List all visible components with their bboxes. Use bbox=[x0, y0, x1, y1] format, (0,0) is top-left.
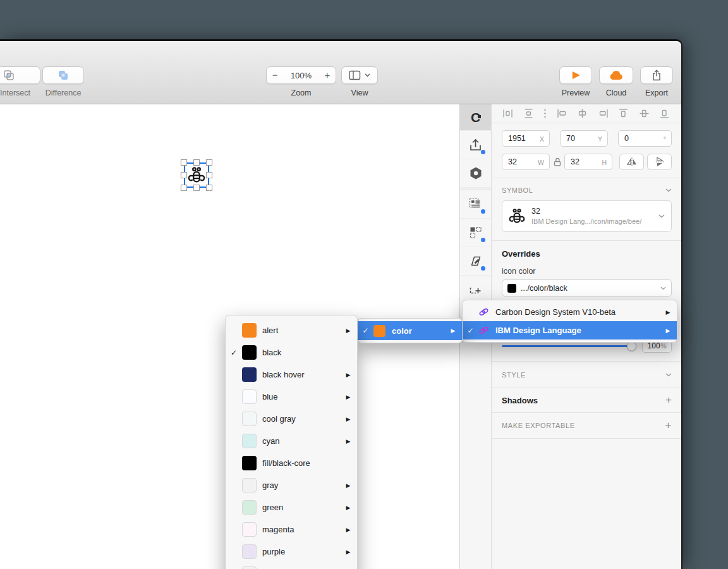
upload-plugin-button[interactable] bbox=[460, 131, 491, 159]
zoom-level[interactable]: 100% bbox=[287, 71, 315, 80]
chevron-down-icon bbox=[660, 286, 666, 290]
symbol-selector[interactable]: 32 IBM Design Lang.../icon/image/bee/ bbox=[502, 200, 672, 232]
swap-symbols-plugin-button[interactable] bbox=[460, 219, 491, 247]
color-menu-item[interactable]: fill/black-core bbox=[226, 452, 357, 474]
align-right-icon[interactable] bbox=[598, 108, 609, 119]
color-menu-item[interactable]: alert▶ bbox=[226, 319, 357, 341]
resize-handle-w[interactable] bbox=[181, 172, 187, 178]
distribute-horizontal-icon[interactable] bbox=[502, 108, 513, 119]
distribute-vertical-icon[interactable] bbox=[523, 108, 534, 119]
lock-ratio-button[interactable] bbox=[550, 157, 564, 166]
icon-color-label: icon color bbox=[502, 267, 672, 276]
color-swatch bbox=[242, 367, 257, 382]
color-menu-item[interactable]: purple▶ bbox=[226, 541, 357, 563]
height-unit-label: H bbox=[602, 159, 607, 166]
submenu-arrow-icon: ▶ bbox=[659, 327, 677, 334]
cloud-label: Cloud bbox=[599, 89, 633, 97]
add-shadow-button[interactable]: + bbox=[665, 394, 672, 407]
export-button[interactable] bbox=[640, 66, 673, 84]
geometry-section: X Y ° W bbox=[492, 123, 681, 178]
menu-item-label: cyan bbox=[262, 436, 339, 446]
flip-horizontal-icon bbox=[626, 157, 638, 166]
view-label: View bbox=[341, 89, 378, 97]
resize-handle-se[interactable] bbox=[206, 185, 212, 191]
intersect-icon bbox=[3, 69, 15, 82]
color-group-menu-item[interactable]: ✓color▶ bbox=[358, 321, 462, 340]
flip-horizontal-button[interactable] bbox=[619, 154, 644, 170]
x-field[interactable]: X bbox=[502, 130, 550, 147]
height-field[interactable]: H bbox=[564, 154, 612, 170]
add-export-button[interactable]: + bbox=[665, 419, 672, 432]
color-menu-item[interactable]: ✓black bbox=[226, 341, 357, 364]
color-swatch bbox=[242, 434, 257, 448]
color-swatch bbox=[242, 566, 257, 569]
submenu-arrow-icon: ▶ bbox=[339, 527, 357, 533]
view-button[interactable] bbox=[341, 66, 378, 84]
zoom-in-button[interactable]: + bbox=[319, 67, 336, 83]
intersect-button[interactable] bbox=[0, 66, 40, 84]
align-top-icon[interactable] bbox=[618, 108, 629, 119]
flip-vertical-button[interactable] bbox=[647, 154, 672, 170]
hexagon-plugin-button[interactable] bbox=[460, 159, 491, 188]
more-options-icon[interactable] bbox=[543, 108, 547, 119]
layout-plugin-button[interactable] bbox=[460, 190, 491, 219]
resize-handle-ne[interactable] bbox=[206, 159, 212, 166]
cloud-button[interactable] bbox=[599, 66, 633, 84]
play-icon bbox=[571, 70, 581, 80]
resize-handle-n[interactable] bbox=[193, 159, 200, 166]
symbol-header: SYMBOL bbox=[502, 187, 533, 194]
color-menu-item[interactable]: cyan▶ bbox=[226, 430, 357, 452]
color-values-menu: alert▶✓blackblack hover▶blue▶cool gray▶c… bbox=[225, 315, 358, 569]
color-swatch bbox=[242, 478, 257, 493]
check-icon: ✓ bbox=[463, 326, 478, 335]
zoom-control: − 100% + bbox=[266, 66, 336, 84]
x-unit-label: X bbox=[540, 135, 544, 143]
opacity-slider[interactable] bbox=[502, 345, 635, 347]
make-exportable-row: MAKE EXPORTABLE + bbox=[492, 413, 681, 439]
rotation-field[interactable]: ° bbox=[618, 130, 672, 147]
alignment-toolbar bbox=[492, 104, 681, 123]
color-menu-item[interactable]: gray▶ bbox=[226, 474, 357, 496]
color-menu-item[interactable]: magenta▶ bbox=[226, 518, 357, 541]
icon-color-dropdown[interactable]: .../color/black bbox=[502, 279, 672, 297]
color-menu-item[interactable]: black hover▶ bbox=[226, 364, 357, 386]
align-bottom-icon[interactable] bbox=[659, 108, 670, 119]
resize-handle-sw[interactable] bbox=[181, 185, 187, 191]
align-middle-vertical-icon[interactable] bbox=[639, 108, 650, 119]
bee-icon bbox=[508, 207, 526, 225]
difference-icon bbox=[57, 69, 70, 82]
difference-label: Difference bbox=[35, 89, 92, 97]
frame-plus-icon bbox=[470, 284, 482, 297]
resize-handle-nw[interactable] bbox=[181, 159, 187, 166]
bee-icon bbox=[187, 166, 206, 185]
symbol-section: SYMBOL 32 bbox=[492, 178, 681, 241]
resize-handle-e[interactable] bbox=[206, 172, 212, 178]
color-menu-item[interactable] bbox=[226, 563, 357, 569]
library-context-menu: Carbon Design System V10-beta▶✓ IBM Desi… bbox=[462, 300, 677, 343]
difference-button[interactable] bbox=[42, 66, 84, 84]
style-section-header[interactable]: STYLE bbox=[492, 362, 681, 388]
y-field[interactable]: Y bbox=[560, 130, 608, 147]
submenu-arrow-icon: ▶ bbox=[339, 482, 357, 489]
resize-handle-s[interactable] bbox=[193, 185, 200, 191]
layout-icon bbox=[469, 198, 482, 211]
library-link-icon bbox=[478, 307, 490, 318]
library-menu-item[interactable]: ✓ IBM Design Language▶ bbox=[463, 321, 677, 340]
carbon-plugin-button[interactable]: C bbox=[460, 104, 491, 131]
library-menu-item[interactable]: Carbon Design System V10-beta▶ bbox=[463, 303, 677, 321]
selected-layer-bee[interactable] bbox=[184, 162, 209, 188]
color-menu-item[interactable]: blue▶ bbox=[226, 386, 357, 408]
width-field[interactable]: W bbox=[502, 154, 550, 170]
align-center-horizontal-icon[interactable] bbox=[577, 108, 588, 119]
cloud-icon bbox=[609, 71, 623, 80]
submenu-arrow-icon: ▶ bbox=[339, 394, 357, 400]
align-left-icon[interactable] bbox=[557, 108, 567, 119]
preview-button[interactable] bbox=[559, 66, 592, 84]
color-menu-item[interactable]: cool gray▶ bbox=[226, 408, 357, 430]
edit-shape-plugin-button[interactable] bbox=[460, 247, 491, 276]
view-panel-icon bbox=[349, 70, 361, 80]
color-group-menu: ✓color▶ bbox=[357, 318, 463, 343]
chevron-down-icon[interactable] bbox=[665, 188, 672, 192]
zoom-out-button[interactable]: − bbox=[267, 67, 283, 83]
color-menu-item[interactable]: green▶ bbox=[226, 496, 357, 518]
